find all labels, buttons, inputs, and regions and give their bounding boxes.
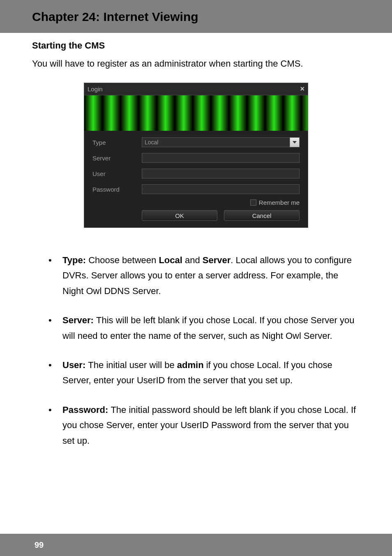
intro-paragraph: You will have to register as an administ… <box>32 57 360 70</box>
type-value[interactable] <box>142 137 290 147</box>
server-input[interactable] <box>142 153 300 163</box>
password-label: Password <box>92 186 142 193</box>
page-number: 99 <box>35 540 44 550</box>
chapter-header: Chapter 24: Internet Viewing <box>0 0 392 33</box>
type-select[interactable] <box>142 137 300 147</box>
text: Local <box>159 255 182 265</box>
password-input[interactable] <box>142 184 300 194</box>
password-row: Password <box>92 183 300 195</box>
remember-row: Remember me <box>92 199 300 206</box>
chapter-title: Chapter 24: Internet Viewing <box>32 10 376 24</box>
bullet-server-prefix: Server: <box>62 315 96 325</box>
bullet-user: User: The initial user will be admin if … <box>48 357 360 388</box>
login-title: Login <box>88 86 103 93</box>
remember-checkbox[interactable] <box>250 199 256 206</box>
login-titlebar: Login × <box>84 83 308 95</box>
cancel-button[interactable]: Cancel <box>224 210 300 221</box>
close-icon[interactable]: × <box>300 85 304 93</box>
bullet-type: Type: Choose between Local and Server. L… <box>48 253 360 299</box>
chevron-down-icon[interactable] <box>290 137 300 147</box>
bullet-server: Server: This will be left blank if you c… <box>48 313 360 343</box>
ok-button[interactable]: OK <box>142 210 217 221</box>
section-heading: Starting the CMS <box>32 40 360 51</box>
text: Server <box>203 255 231 265</box>
server-label: Server <box>92 155 142 162</box>
bullet-user-prefix: User: <box>62 360 88 370</box>
login-form: Type Server User <box>84 131 308 227</box>
user-label: User <box>92 170 142 177</box>
text: The initial user will be <box>88 360 177 370</box>
text: Choose between <box>88 255 159 265</box>
text: This will be left blank if you chose Loc… <box>62 315 355 341</box>
text: admin <box>177 360 204 370</box>
bullet-type-prefix: Type: <box>62 255 88 265</box>
remember-label: Remember me <box>259 199 300 206</box>
server-row: Server <box>92 152 300 164</box>
footer-bar: 99 <box>0 534 392 556</box>
document-page: Chapter 24: Internet Viewing Starting th… <box>0 0 392 556</box>
content-area: Starting the CMS You will have to regist… <box>0 33 392 448</box>
type-row: Type <box>92 137 300 148</box>
bullet-password: Password: The initial password should be… <box>48 402 360 448</box>
text: and <box>182 255 203 265</box>
bullet-password-prefix: Password: <box>62 405 111 415</box>
login-dialog: Login × Type Server <box>84 83 308 228</box>
user-row: User <box>92 168 300 179</box>
bullet-list: Type: Choose between Local and Server. L… <box>32 253 360 448</box>
button-row: OK Cancel <box>92 210 300 221</box>
user-input[interactable] <box>142 169 300 178</box>
login-banner-graphic <box>84 95 308 131</box>
svg-marker-0 <box>293 141 297 144</box>
type-label: Type <box>92 139 142 146</box>
